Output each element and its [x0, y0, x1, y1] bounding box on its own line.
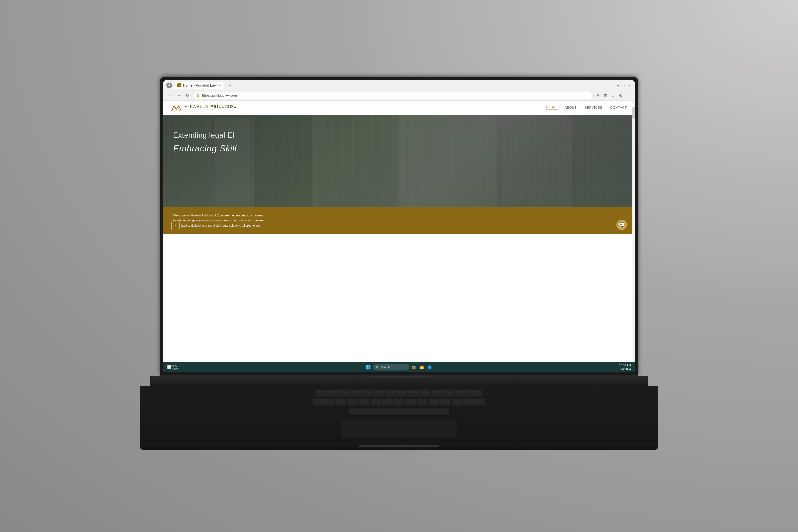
chat-button[interactable]: 💬: [616, 220, 627, 230]
trackpad[interactable]: [341, 420, 457, 438]
keyboard-row-3: [349, 408, 449, 416]
gold-section: Welcome to Mikaella Psillidou LLC, where…: [163, 207, 635, 234]
forward-button[interactable]: →: [175, 92, 182, 99]
taskbar-files[interactable]: [411, 364, 417, 370]
weather-widget: 🌫️ 0°C Haze: [167, 364, 178, 370]
reader-mode-button[interactable]: A: [594, 92, 601, 99]
keyboard-row-2: [313, 399, 485, 406]
key: [313, 399, 335, 406]
address-bar[interactable]: 🔒 https://psillidoulaw.com: [193, 92, 592, 99]
site-nav: MIKAELLA PSILLIDOU LLC HOME ABOUT SERVIC…: [163, 101, 635, 115]
key: [397, 390, 407, 397]
key: [420, 390, 430, 397]
tab-favicon: M: [177, 83, 181, 88]
hero-text: Extending legal El Embracing Skill: [163, 115, 635, 153]
logo-text: MIKAELLA PSILLIDOU LLC: [184, 104, 237, 111]
taskbar-search[interactable]: 🔍 Search: [373, 364, 409, 370]
key: [350, 390, 361, 397]
logo-icon: [171, 104, 182, 112]
close-button[interactable]: ✕: [627, 83, 632, 88]
key: [394, 399, 404, 406]
window-buttons: ─ □ ✕: [616, 83, 632, 88]
nav-home[interactable]: HOME: [546, 106, 557, 110]
taskbar-left: 🌫️ 0°C Haze: [167, 364, 178, 370]
nav-about[interactable]: ABOUT: [565, 106, 576, 110]
taskbar-center: 🔍 Search: [365, 364, 433, 370]
back-button[interactable]: ←: [166, 92, 173, 99]
key: [417, 399, 427, 406]
key: [359, 399, 369, 406]
logo-name: MIKAELLA PSILLIDOU: [184, 104, 237, 109]
svg-rect-22: [412, 367, 414, 369]
key: [374, 390, 384, 397]
taskbar-edge[interactable]: [426, 364, 433, 370]
bookmark-button[interactable]: ☆: [610, 92, 616, 99]
lock-icon: 🔒: [196, 94, 200, 97]
key: [463, 399, 485, 406]
extensions-button[interactable]: ⊕: [617, 92, 624, 99]
nav-contact[interactable]: CONTACT: [610, 106, 627, 110]
current-time: 10:38 AM: [619, 363, 631, 367]
key: [316, 390, 326, 397]
tab-close-icon[interactable]: ✕: [218, 83, 221, 88]
trackpad-bar: [359, 445, 439, 447]
refresh-button[interactable]: ↻: [184, 92, 191, 99]
key: [466, 390, 482, 397]
key: [336, 399, 346, 406]
windows-logo: [366, 365, 370, 369]
tab-title: Home - Psillidou Law: [183, 83, 217, 88]
screen-bezel: G M Home - Psillidou Law ✕ +: [163, 80, 635, 372]
search-placeholder: Search: [381, 366, 390, 369]
time-display: 10:38 AM 3/6/2024: [619, 363, 631, 370]
logo-sub: LLC: [184, 109, 237, 111]
key: [408, 390, 419, 397]
taskbar-folder[interactable]: [419, 364, 425, 370]
browser-titlebar: G M Home - Psillidou Law ✕ +: [163, 80, 635, 91]
key: [455, 390, 465, 397]
svg-rect-23: [414, 367, 416, 369]
svg-rect-21: [414, 366, 416, 368]
key: [440, 399, 451, 406]
hero-line1: Extending legal El: [173, 131, 625, 139]
reader-view-button[interactable]: ⊡: [602, 92, 609, 99]
taskbar-right: 10:38 AM 3/6/2024: [619, 363, 631, 370]
key: [432, 390, 442, 397]
keyboard-row-1: [316, 390, 482, 397]
key: [405, 399, 416, 406]
start-button[interactable]: [365, 364, 372, 370]
minimize-button[interactable]: ─: [616, 83, 621, 88]
browser-addressbar: ← → ↻ 🔒 https://psillidoulaw.com A ⊡ ☆: [163, 91, 635, 100]
key: [452, 399, 462, 406]
browser-actions: A ⊡ ☆ ⊕ ⋯: [594, 92, 632, 99]
url-text: https://psillidoulaw.com: [202, 94, 589, 97]
nav-services[interactable]: SERVICES: [585, 106, 602, 110]
laptop-hinge: [369, 376, 429, 379]
guest-avatar: G: [166, 82, 172, 88]
browser-window: G M Home - Psillidou Law ✕ +: [163, 80, 635, 372]
intro-text: Welcome to Mikaella Psillidou LLC, where…: [173, 213, 269, 228]
key: [327, 390, 338, 397]
hero-line2: Embracing Skill: [173, 144, 625, 153]
key: [339, 390, 349, 397]
keyboard-area: [140, 386, 658, 442]
browser-tab-active[interactable]: M Home - Psillidou Law ✕: [174, 82, 224, 89]
hero-section: Extending legal El Embracing Skill: [163, 115, 635, 207]
key: [429, 399, 439, 406]
spacebar: [349, 408, 449, 416]
key: [347, 399, 358, 406]
current-date: 3/6/2024: [619, 367, 631, 371]
website-content: MIKAELLA PSILLIDOU LLC HOME ABOUT SERVIC…: [163, 101, 635, 362]
laptop-base: [150, 376, 648, 386]
key: [371, 399, 381, 406]
maximize-button[interactable]: □: [622, 83, 626, 88]
weather-temp: 0°C Haze: [172, 364, 178, 370]
key: [385, 390, 396, 397]
scroll-up-button[interactable]: ∧: [171, 222, 179, 230]
browser-chrome: G M Home - Psillidou Law ✕ +: [163, 80, 635, 101]
more-button[interactable]: ⋯: [625, 92, 632, 99]
search-icon: 🔍: [376, 366, 379, 369]
logo-area: MIKAELLA PSILLIDOU LLC: [171, 104, 237, 112]
laptop-feet: [140, 442, 658, 450]
new-tab-button[interactable]: +: [226, 82, 233, 89]
key: [362, 390, 373, 397]
